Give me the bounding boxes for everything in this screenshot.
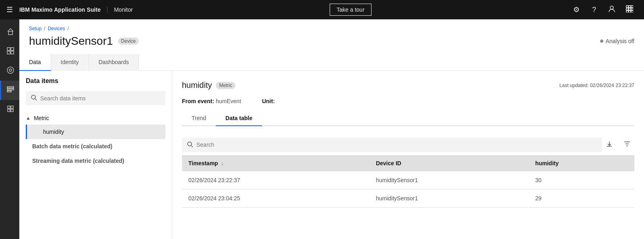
- nav-center: Take a tour: [133, 4, 568, 16]
- table-header-row: Timestamp ↓ Device ID humidity: [182, 155, 634, 171]
- last-updated-text: Last updated: 02/26/2024 23:22:37: [559, 83, 634, 88]
- inner-tabs: Trend Data table: [182, 111, 634, 126]
- svg-rect-17: [7, 87, 14, 88]
- data-table: Timestamp ↓ Device ID humidity 02/26/202…: [182, 155, 634, 208]
- title-area: humiditySensor1 Device: [29, 35, 144, 48]
- analysis-status-text: Analysis off: [606, 38, 634, 44]
- search-icon: [31, 94, 37, 102]
- inner-tab-trend[interactable]: Trend: [182, 111, 216, 126]
- download-button[interactable]: [602, 137, 617, 152]
- metric-badge: Metric: [216, 82, 235, 89]
- data-items-search-box: [26, 91, 165, 105]
- cell-device-id-1: humiditySensor1: [369, 171, 529, 189]
- table-actions: [602, 137, 634, 152]
- sidebar-item-dashboard[interactable]: [0, 42, 19, 61]
- svg-rect-18: [7, 89, 14, 90]
- user-icon: [608, 5, 616, 15]
- help-icon-button[interactable]: ?: [586, 2, 602, 18]
- metric-group-header[interactable]: ▲ Metric: [26, 112, 165, 125]
- svg-rect-9: [631, 10, 633, 12]
- settings-icon-button[interactable]: ⚙: [568, 2, 584, 18]
- main-tabs: Data Identity Dashboards: [19, 54, 644, 71]
- svg-rect-23: [11, 109, 13, 112]
- inner-tab-data-table[interactable]: Data table: [216, 111, 262, 126]
- svg-rect-22: [8, 109, 10, 112]
- svg-rect-1: [626, 6, 628, 8]
- svg-rect-3: [631, 6, 633, 8]
- content-area: Data items ▲ Metric humidity: [19, 71, 644, 239]
- breadcrumb-devices[interactable]: Devices: [48, 26, 65, 31]
- svg-rect-11: [7, 48, 10, 50]
- data-items-title: Data items: [26, 77, 165, 85]
- table-row: 02/26/2024 23:22:37 humiditySensor1 30: [182, 171, 634, 189]
- alerts-icon: [6, 66, 14, 76]
- sidebar-item-monitor[interactable]: [0, 81, 19, 100]
- device-badge: Device: [118, 37, 139, 45]
- from-event-label: From event:: [182, 98, 214, 104]
- cell-humidity-2: 29: [529, 189, 634, 208]
- tab-data[interactable]: Data: [19, 54, 51, 71]
- cell-timestamp-2: 02/26/2024 23:04:25: [182, 189, 369, 208]
- svg-point-16: [9, 69, 12, 71]
- metric-item-label: humidity: [43, 129, 64, 135]
- metric-group: ▲ Metric humidity: [26, 112, 165, 139]
- from-event-value: humEvent: [216, 98, 241, 104]
- sidebar-item-entities[interactable]: [0, 100, 19, 119]
- sidebar-item-alerts[interactable]: [0, 61, 19, 81]
- svg-rect-19: [7, 91, 11, 92]
- sidebar-item-home[interactable]: [0, 23, 19, 42]
- sidebar: [0, 19, 19, 239]
- batch-data-section[interactable]: Batch data metric (calculated): [26, 139, 165, 154]
- svg-rect-13: [7, 51, 10, 54]
- breadcrumb-setup[interactable]: Setup: [29, 26, 41, 31]
- tab-dashboards[interactable]: Dashboards: [89, 54, 139, 71]
- metric-item-humidity[interactable]: humidity: [26, 125, 165, 139]
- filter-icon: [623, 140, 631, 150]
- svg-rect-2: [629, 6, 631, 8]
- entities-icon: [6, 105, 14, 115]
- table-search-input[interactable]: [196, 141, 597, 148]
- data-items-search-input[interactable]: [40, 95, 161, 102]
- page-header: Setup / Devices / humiditySensor1 Device…: [19, 19, 644, 48]
- user-icon-button[interactable]: [604, 2, 620, 18]
- svg-rect-10: [8, 31, 12, 35]
- menu-icon[interactable]: ☰: [6, 5, 13, 14]
- table-search-icon: [187, 141, 193, 149]
- column-device-id: Device ID: [369, 155, 529, 171]
- svg-rect-14: [11, 51, 14, 54]
- column-timestamp: Timestamp ↓: [182, 155, 369, 171]
- left-panel: Data items ▲ Metric humidity: [19, 71, 172, 239]
- breadcrumb-sep2: /: [67, 26, 68, 31]
- status-dot: [600, 39, 603, 43]
- breadcrumb: Setup / Devices /: [29, 26, 634, 31]
- home-icon: [6, 27, 14, 37]
- download-icon: [606, 140, 613, 150]
- unit-label: Unit:: [262, 98, 275, 104]
- data-title-row: humidity Metric: [182, 81, 235, 90]
- svg-rect-21: [11, 106, 13, 108]
- dashboard-icon: [6, 47, 14, 57]
- filter-button[interactable]: [620, 137, 634, 152]
- data-meta: From event: humEvent Unit:: [182, 98, 634, 104]
- top-navigation: ☰ IBM Maximo Application Suite Monitor T…: [0, 0, 644, 19]
- nav-icons: ⚙ ?: [568, 2, 638, 18]
- data-title: humidity: [182, 81, 212, 90]
- metric-group-label: Metric: [34, 115, 49, 121]
- apps-icon-button[interactable]: [621, 2, 638, 18]
- breadcrumb-sep1: /: [44, 26, 45, 31]
- take-tour-button[interactable]: Take a tour: [330, 4, 371, 16]
- page-title-text: humiditySensor1: [29, 35, 113, 48]
- data-panel-header: humidity Metric Last updated: 02/26/2024…: [182, 81, 634, 90]
- svg-point-0: [610, 6, 613, 9]
- cell-timestamp-1: 02/26/2024 23:22:37: [182, 171, 369, 189]
- svg-line-27: [191, 145, 193, 147]
- tab-identity[interactable]: Identity: [51, 54, 89, 71]
- nav-divider: [107, 6, 107, 13]
- table-row: 02/26/2024 23:04:25 humiditySensor1 29: [182, 189, 634, 208]
- brand-name: IBM Maximo Application Suite: [19, 6, 101, 13]
- streaming-data-section[interactable]: Streaming data metric (calculated): [26, 154, 165, 168]
- svg-rect-8: [629, 10, 631, 12]
- table-toolbar: [182, 134, 634, 155]
- chevron-up-icon: ▲: [26, 115, 31, 121]
- svg-point-15: [7, 67, 14, 73]
